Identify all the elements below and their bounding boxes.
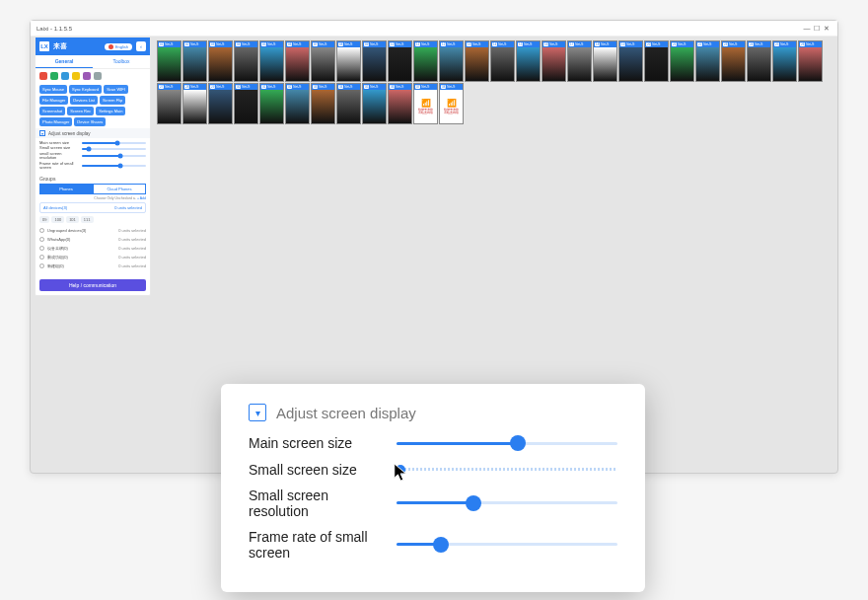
control-button[interactable]: Devices List (70, 96, 98, 105)
control-button[interactable]: Screenshot (39, 107, 65, 115)
slider-track[interactable] (397, 501, 617, 504)
radio-icon (39, 237, 44, 242)
overlay-slider-row: Small screen resolution (249, 488, 617, 519)
quick-icon[interactable] (72, 72, 80, 80)
group-item[interactable]: 设备未绑(0) 0 units selected (39, 244, 146, 253)
device-thumbnail[interactable]: 07Net-G (311, 40, 335, 82)
device-thumbnail[interactable]: 28Net-G (182, 83, 207, 124)
group-item[interactable]: 新建组(0) 0 units selected (39, 262, 146, 270)
device-chip[interactable]: 09 (39, 216, 49, 223)
slider-thumb[interactable] (433, 537, 449, 553)
control-button[interactable]: Device Shares (74, 117, 106, 126)
add-group-button[interactable]: + Add (137, 196, 146, 200)
device-thumbnail[interactable]: 02Net-G (182, 40, 207, 82)
device-chip[interactable]: 111 (81, 216, 94, 223)
device-thumbnail[interactable]: 17Net-G (567, 40, 592, 82)
slider-label: Small screen resolution (249, 488, 383, 519)
device-thumbnail[interactable]: 24Net-G (747, 40, 771, 82)
control-button[interactable]: File Manager (39, 96, 68, 105)
slider-track[interactable] (397, 543, 617, 546)
groups-tab-cloud[interactable]: Cloud Phones (93, 184, 146, 194)
device-thumbnail[interactable]: 11Net-G (413, 40, 438, 82)
device-thumbnail[interactable]: 36Net-G (388, 83, 412, 124)
device-thumbnail[interactable]: 13Net-G (465, 40, 489, 82)
maximize-button[interactable]: ☐ (812, 25, 822, 33)
device-thumbnail[interactable]: 33Net-G (311, 83, 335, 124)
quick-icon[interactable] (94, 72, 102, 80)
slider-label: Main screen size (249, 435, 383, 451)
slider-track[interactable] (82, 165, 146, 167)
device-chip[interactable]: 100 (51, 216, 64, 223)
tab-toolbox[interactable]: Toolbox (93, 55, 150, 68)
device-thumbnail[interactable]: 03Net-G (208, 40, 233, 82)
control-button[interactable]: Photo Manager (39, 117, 72, 126)
slider-label: small screen resolution (39, 152, 79, 161)
tab-general[interactable]: General (36, 55, 93, 68)
device-thumbnail[interactable]: 38Net-G📶数据未连接请检查网络 (439, 83, 464, 124)
slider-thumb[interactable] (396, 465, 405, 475)
control-button[interactable]: Sync Mouse (39, 85, 67, 94)
device-thumbnail[interactable]: 09Net-G (362, 40, 387, 82)
device-thumbnail[interactable]: 18Net-G (593, 40, 617, 82)
device-thumbnail[interactable]: 12Net-G (439, 40, 464, 82)
quick-icon[interactable] (61, 72, 69, 80)
help-button[interactable]: Help / communication (39, 279, 146, 291)
device-thumbnail[interactable]: 16Net-G (542, 40, 566, 82)
device-thumbnail[interactable]: 23Net-G (721, 40, 746, 82)
device-thumbnail[interactable]: 37Net-G📶数据未连接请检查网络 (413, 83, 438, 124)
groups-tab-phones[interactable]: Phones (39, 184, 93, 194)
device-thumbnail[interactable]: 06Net-G (285, 40, 310, 82)
overlay-slider-row: Main screen size (249, 435, 617, 451)
device-thumbnail[interactable]: 10Net-G (388, 40, 412, 82)
slider-thumb[interactable] (510, 435, 526, 451)
device-thumbnail[interactable]: 19Net-G (618, 40, 643, 82)
device-thumbnail[interactable]: 34Net-G (336, 83, 361, 124)
overlay-header[interactable]: ▾ Adjust screen display (249, 404, 617, 421)
device-thumbnail[interactable]: 31Net-G (259, 83, 284, 124)
group-item[interactable]: WhatsApp(0) 0 units selected (39, 235, 146, 244)
device-thumbnail[interactable]: 25Net-G (772, 40, 797, 82)
device-thumbnail[interactable]: 26Net-G (798, 40, 823, 82)
device-thumbnail[interactable]: 20Net-G (644, 40, 669, 82)
quick-icon[interactable] (50, 72, 58, 80)
group-item[interactable]: Ungrouped devices(3) 0 units selected (39, 226, 146, 235)
group-item[interactable]: 删成功组(0) 0 units selected (39, 253, 146, 262)
slider-track[interactable] (82, 155, 146, 157)
device-thumbnail[interactable]: 14Net-G (490, 40, 515, 82)
device-thumbnail[interactable]: 32Net-G (285, 83, 310, 124)
collapse-sidebar-icon[interactable]: ‹ (136, 41, 146, 51)
quick-icon[interactable] (39, 72, 47, 80)
device-thumbnail[interactable]: 35Net-G (362, 83, 387, 124)
device-thumbnail[interactable]: 01Net-G (157, 40, 181, 82)
radio-icon (39, 263, 44, 268)
device-thumbnail[interactable]: 15Net-G (516, 40, 541, 82)
device-thumbnail[interactable]: 05Net-G (259, 40, 284, 82)
control-button[interactable]: Settings Main (96, 107, 125, 115)
control-button[interactable]: Sync Keyboard (69, 85, 102, 94)
device-thumbnail[interactable]: 22Net-G (695, 40, 720, 82)
device-thumbnail[interactable]: 04Net-G (234, 40, 258, 82)
language-selector[interactable]: English (105, 43, 132, 50)
control-button[interactable]: Scan WIFI (104, 85, 128, 94)
device-thumbnail[interactable]: 27Net-G (157, 83, 181, 124)
device-thumbnail[interactable]: 29Net-G (208, 83, 233, 124)
quick-icon[interactable] (83, 72, 91, 80)
device-thumbnail[interactable]: 08Net-G (336, 40, 361, 82)
control-button[interactable]: Screen Rec (67, 107, 94, 115)
adjust-display-header[interactable]: ▾ Adjust screen display (36, 128, 150, 138)
all-devices-row[interactable]: All devices(3) 0 units selected (39, 202, 146, 213)
device-chip[interactable]: 101 (66, 216, 79, 223)
slider-track[interactable] (82, 148, 146, 150)
close-button[interactable]: ✕ (822, 25, 832, 33)
slider-thumb[interactable] (466, 495, 481, 511)
wifi-icon: 📶 (421, 99, 431, 108)
slider-track[interactable] (82, 142, 146, 144)
control-button[interactable]: Screen Flip (100, 96, 125, 105)
groups-section: Groups Phones Cloud Phones Choose Only U… (36, 173, 150, 273)
device-thumbnail[interactable]: 21Net-G (670, 40, 694, 82)
minimize-button[interactable]: — (802, 25, 812, 32)
slider-track[interactable] (397, 468, 617, 471)
slider-track[interactable] (397, 442, 617, 445)
device-thumbnail[interactable]: 30Net-G (234, 83, 258, 124)
group-name: WhatsApp(0) (47, 237, 115, 242)
